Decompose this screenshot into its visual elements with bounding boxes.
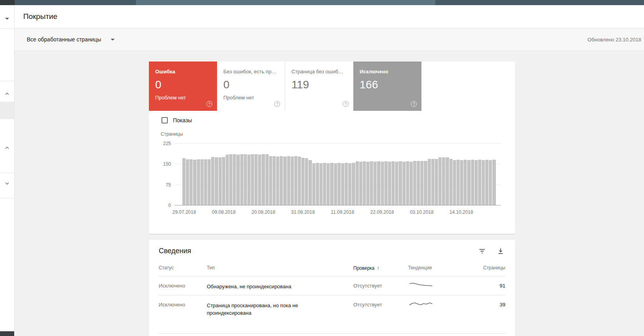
tab-value: 0: [223, 78, 278, 91]
row-trend-sparkline: [408, 302, 455, 307]
details-card: Сведения Статус Тип Проверка↑: [149, 240, 515, 336]
table-header-row: Статус Тип Проверка↑ Тенденция Страницы: [159, 259, 505, 276]
sort-ascending-icon: ↑: [377, 265, 380, 271]
download-icon[interactable]: [496, 246, 506, 256]
table-row[interactable]: Исключено Страница просканирована, но по…: [159, 295, 505, 333]
impressions-checkbox-label: Показы: [173, 117, 192, 123]
details-title: Сведения: [159, 247, 191, 255]
chevron-up-icon[interactable]: [3, 90, 11, 98]
help-icon[interactable]: ?: [274, 101, 280, 107]
pages-filter-dropdown[interactable]: Все обработанные страницы: [27, 28, 115, 50]
tab-valid[interactable]: Страница без ошиб… 119 ?: [285, 62, 353, 111]
chart-y-axis-title: Страницы: [161, 131, 183, 137]
filter-toolbar: Все обработанные страницы Обновлено 23.1…: [15, 28, 644, 51]
last-updated-label: Обновлено 23.10.2018: [588, 28, 641, 50]
help-icon[interactable]: ?: [206, 101, 212, 107]
filter-icon[interactable]: [477, 246, 487, 256]
divider: [0, 173, 14, 173]
row-type: Страница просканирована, но пока не прои…: [207, 302, 353, 317]
details-header: Сведения: [149, 240, 515, 259]
divider: [0, 28, 14, 29]
row-validation: Отсутствует: [353, 283, 408, 289]
tab-value: 166: [360, 78, 415, 91]
page-title: Покрытие: [23, 12, 58, 21]
help-icon[interactable]: ?: [343, 101, 349, 107]
top-app-bar-corner: [0, 0, 15, 5]
impressions-checkbox-row[interactable]: Показы: [161, 117, 192, 123]
column-header-status[interactable]: Статус: [159, 259, 207, 271]
details-table: Статус Тип Проверка↑ Тенденция Страницы …: [159, 259, 505, 336]
nav-rail-selected-item[interactable]: [0, 102, 14, 119]
row-validation: Отсутствует: [353, 302, 408, 308]
gsc-coverage-screen: Покрытие Все обработанные страницы Обнов…: [0, 0, 644, 336]
pages-filter-label: Все обработанные страницы: [27, 36, 101, 43]
tab-valid-with-warnings[interactable]: Без ошибок, есть пр… 0 Проблем нет ?: [217, 62, 285, 111]
tab-title: Без ошибок, есть пр…: [223, 69, 278, 75]
table-row[interactable]: Исключено Обнаружена, не проиндексирован…: [159, 276, 505, 295]
row-status: Исключено: [159, 283, 207, 289]
row-trend-sparkline: [408, 283, 455, 288]
chevron-down-icon: [111, 39, 115, 41]
tab-value: 0: [155, 78, 211, 91]
chart-xtick-labels: 29.07.201809.08.201820.08.201831.08.2018…: [174, 209, 501, 216]
impressions-checkbox[interactable]: [161, 117, 168, 123]
tab-value: 119: [291, 78, 347, 91]
divider: [0, 81, 14, 81]
chevron-up-icon[interactable]: [3, 144, 11, 152]
top-app-bar: [0, 0, 644, 5]
nav-rail-footer: [0, 331, 14, 336]
summary-tab-strip: Ошибка 0 Проблем нет ? Без ошибок, есть …: [149, 62, 421, 111]
bar-series: [182, 143, 496, 205]
column-header-validation[interactable]: Проверка↑: [353, 259, 408, 271]
column-header-pages[interactable]: Страницы: [455, 259, 505, 271]
chevron-down-icon[interactable]: [3, 179, 11, 187]
tab-title: Ошибка: [155, 69, 211, 75]
property-selector-caret-icon[interactable]: [3, 15, 11, 22]
coverage-bar-chart: [174, 143, 501, 205]
divider: [0, 198, 14, 198]
chart-ytick-labels: 225150750: [149, 143, 171, 205]
row-pages-count: 39: [455, 302, 505, 308]
tab-title: Исключено: [360, 69, 415, 75]
tab-title: Страница без ошиб…: [291, 69, 347, 75]
page-header: Покрытие: [15, 5, 644, 28]
nav-rail: [0, 5, 15, 336]
tab-subtitle: Проблем нет: [223, 95, 278, 101]
table-row-divider: [159, 333, 505, 336]
search-bar[interactable]: [136, 0, 435, 5]
tab-subtitle: Проблем нет: [155, 95, 211, 101]
coverage-chart-card: Ошибка 0 Проблем нет ? Без ошибок, есть …: [149, 62, 515, 234]
row-status: Исключено: [159, 302, 207, 308]
help-icon[interactable]: ?: [411, 101, 417, 107]
column-header-type[interactable]: Тип: [207, 259, 353, 271]
tab-excluded[interactable]: Исключено 166 ?: [353, 62, 421, 111]
row-type: Обнаружена, не проиндексирована: [207, 283, 353, 290]
row-pages-count: 91: [455, 283, 505, 289]
column-header-trend[interactable]: Тенденция: [408, 259, 455, 271]
tab-errors[interactable]: Ошибка 0 Проблем нет ?: [149, 62, 217, 111]
